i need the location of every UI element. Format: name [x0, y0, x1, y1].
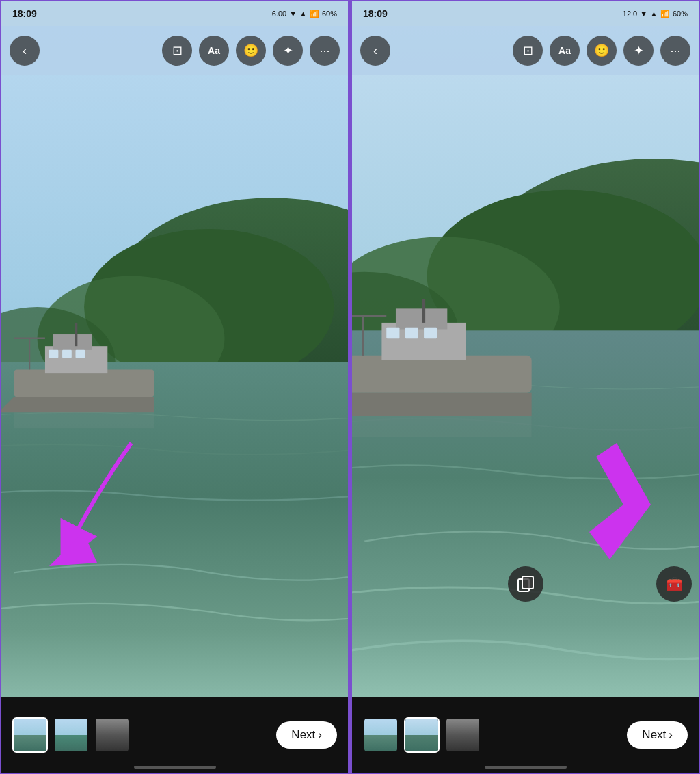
right-thumbnail-1[interactable]	[363, 717, 399, 753]
sticker-button[interactable]: 🙂	[236, 36, 266, 66]
tool-button[interactable]: 🧰	[656, 566, 692, 602]
right-sparkle-button[interactable]: ✦	[623, 36, 654, 66]
sparkle-button[interactable]: ✦	[273, 36, 303, 66]
left-phone-panel: 18:09 6.00 ▼ ▲ 📶 60% ‹ ⊡ Aa 🙂 ✦ ···	[0, 0, 349, 774]
right-more-button[interactable]: ···	[660, 36, 690, 66]
svg-rect-35	[352, 416, 532, 437]
left-toolbar: ‹ ⊡ Aa 🙂 ✦ ···	[1, 26, 348, 75]
crop-button[interactable]: ⊡	[162, 36, 192, 66]
right-thumbnail-3[interactable]	[445, 717, 481, 753]
right-thumbnail-2[interactable]	[404, 717, 440, 753]
right-status-icons: 12.0 ▼ ▲ 📶 60%	[623, 10, 688, 18]
svg-marker-7	[1, 397, 154, 412]
svg-rect-28	[396, 308, 447, 329]
right-next-button[interactable]: Next ›	[627, 721, 688, 749]
svg-rect-6	[14, 369, 154, 397]
right-photo-area: 🧰	[352, 26, 699, 697]
wifi-icon: ▲	[299, 10, 307, 18]
right-text-button[interactable]: Aa	[550, 36, 580, 66]
svg-rect-16	[14, 412, 154, 428]
left-bottom-bar: Next ›	[1, 697, 348, 773]
right-phone-panel: 18:09 12.0 ▼ ▲ 📶 60% ‹ ⊡ Aa 🙂 ✦ ···	[351, 0, 700, 774]
left-status-icons: 6.00 ▼ ▲ 📶 60%	[272, 10, 337, 18]
right-time: 18:09	[363, 8, 388, 19]
thumbnail-2[interactable]	[53, 717, 89, 753]
left-time: 18:09	[12, 8, 37, 19]
svg-rect-11	[49, 350, 59, 358]
thumbnail-1[interactable]	[12, 717, 48, 753]
thumbnail-3[interactable]	[94, 717, 130, 753]
right-crop-button[interactable]: ⊡	[513, 36, 543, 66]
left-photo-area	[1, 26, 348, 697]
svg-rect-30	[386, 328, 399, 338]
svg-rect-25	[352, 356, 532, 393]
left-home-indicator	[134, 766, 216, 769]
text-button[interactable]: Aa	[199, 36, 229, 66]
right-status-bar: 18:09 12.0 ▼ ▲ 📶 60%	[352, 1, 699, 26]
signal-icon: 📶	[310, 10, 319, 18]
back-button[interactable]: ‹	[10, 36, 40, 66]
left-status-bar: 18:09 6.00 ▼ ▲ 📶 60%	[1, 1, 348, 26]
more-button[interactable]: ···	[310, 36, 340, 66]
right-sticker-button[interactable]: 🙂	[587, 36, 617, 66]
right-toolbar: ‹ ⊡ Aa 🙂 ✦ ···	[352, 26, 699, 75]
svg-rect-31	[405, 328, 418, 338]
next-button[interactable]: Next ›	[276, 721, 337, 749]
svg-marker-26	[352, 393, 532, 416]
copy-button[interactable]	[508, 566, 543, 602]
right-signal-icon: 📶	[660, 10, 670, 18]
right-back-button[interactable]: ‹	[360, 36, 390, 66]
right-bottom-bar: Next ›	[352, 697, 699, 773]
right-wifi-icon: ▲	[650, 10, 658, 18]
svg-rect-12	[62, 350, 72, 358]
svg-rect-37	[522, 576, 533, 589]
right-home-indicator	[485, 766, 567, 769]
battery-icon: 60%	[322, 10, 337, 18]
svg-rect-9	[53, 334, 92, 350]
svg-rect-13	[75, 350, 85, 358]
right-battery-icon: 60%	[673, 10, 688, 18]
svg-rect-32	[424, 328, 437, 338]
